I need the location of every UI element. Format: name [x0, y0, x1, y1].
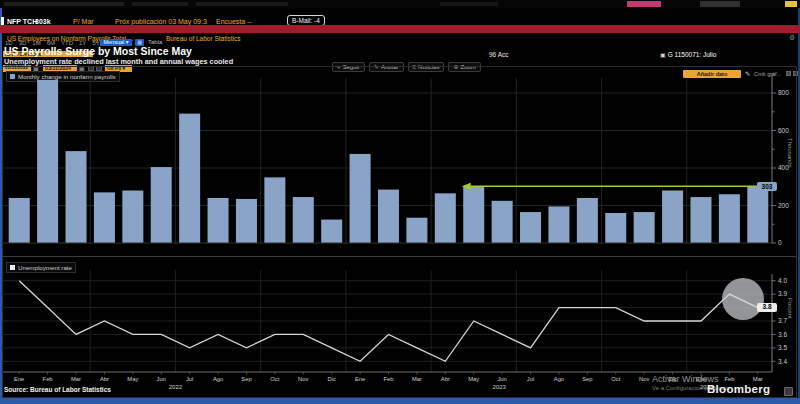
month-label-20: Sep	[582, 376, 592, 382]
year-label-2022: 2022	[169, 384, 183, 390]
month-label-8: Sep	[241, 376, 251, 382]
payroll-bar-feb-2023[interactable]	[378, 190, 399, 243]
payroll-bar-jul-2023[interactable]	[520, 212, 541, 243]
payroll-bar-feb-2022[interactable]	[37, 80, 58, 243]
payroll-bar-ago-2022[interactable]	[208, 198, 229, 243]
month-label-15: Abr	[441, 376, 450, 382]
payroll-bar-mar-2023[interactable]	[406, 218, 427, 243]
payroll-bar-ago-2023[interactable]	[548, 206, 569, 243]
window-control-chip[interactable]	[785, 1, 797, 7]
payroll-bar-nov-2023[interactable]	[634, 212, 655, 243]
month-label-4: May	[127, 376, 138, 382]
bloomberg-terminal-window: NFP TCH 303k P/ Mar Próx publicación 03 …	[0, 0, 800, 404]
month-label-25: Feb	[724, 376, 734, 382]
payrolls-axis-title: Thousands	[787, 138, 793, 168]
payroll-bar-mar-2022[interactable]	[66, 151, 87, 243]
payroll-bar-oct-2022[interactable]	[264, 177, 285, 243]
month-label-6: Jul	[186, 376, 193, 382]
month-label-13: Feb	[384, 376, 394, 382]
payroll-bar-jul-2022[interactable]	[179, 114, 200, 243]
month-label-2: Mar	[71, 376, 81, 382]
unemployment-ytick-3.9: 3.9	[778, 290, 787, 297]
month-label-18: Jul	[527, 376, 534, 382]
payroll-bar-jun-2023[interactable]	[492, 201, 513, 243]
chart-title: US Payrolls Surge by Most Since May	[4, 45, 192, 57]
unemployment-ytick-3.6: 3.6	[778, 331, 787, 338]
alert-chip	[627, 1, 661, 7]
month-label-5: Jun	[157, 376, 166, 382]
month-label-7: Ago	[213, 376, 223, 382]
payrolls-ytick-800: 800	[778, 89, 789, 96]
menu-greek	[196, 2, 288, 6]
unemployment-current-value-badge: 3.8	[757, 303, 777, 312]
month-label-10: Nov	[298, 376, 308, 382]
month-label-12: Ene	[355, 376, 365, 382]
month-label-11: Dic	[327, 376, 335, 382]
month-label-9: Oct	[270, 376, 279, 382]
payroll-bar-ene-2022[interactable]	[9, 198, 30, 243]
month-label-26: Mar	[753, 376, 763, 382]
unemployment-ytick-4: 4.0	[778, 277, 787, 284]
month-label-17: Jun	[497, 376, 506, 382]
highlight-circle	[722, 278, 764, 320]
month-label-14: Mar	[412, 376, 422, 382]
month-label-1: Feb	[43, 376, 53, 382]
payroll-bar-dic-2022[interactable]	[321, 220, 342, 243]
payroll-bar-nov-2022[interactable]	[293, 197, 314, 243]
unemployment-line-chart[interactable]: 3.43.53.63.73.94.0EneFebMarAbrMayJunJulA…	[0, 258, 800, 392]
export-icon[interactable]: ▣	[660, 52, 666, 58]
payrolls-bar-chart[interactable]: 0200400600800	[0, 70, 800, 256]
payrolls-ytick-0: 0	[778, 239, 782, 246]
payroll-bar-feb-2024[interactable]	[719, 194, 740, 243]
chart-id-label: ▣G 1150071: Julio	[660, 51, 716, 59]
window-top-strip	[0, 0, 800, 8]
menu-greek	[440, 2, 498, 6]
month-label-0: Ene	[14, 376, 24, 382]
unemployment-axis-title: Porcent	[787, 298, 793, 319]
payroll-bar-abr-2022[interactable]	[94, 192, 115, 243]
payrolls-ytick-600: 600	[778, 127, 789, 134]
payroll-bar-oct-2023[interactable]	[605, 213, 626, 243]
corner-logo-chip	[784, 387, 793, 396]
payroll-bar-ene-2023[interactable]	[350, 154, 371, 243]
year-label-2023: 2023	[493, 384, 507, 390]
status-chip	[700, 1, 740, 7]
unemployment-ytick-3.5: 3.5	[778, 344, 787, 351]
payroll-bar-abr-2023[interactable]	[435, 193, 456, 243]
menu-greek	[132, 2, 188, 6]
unemployment-ytick-3.7: 3.7	[778, 317, 787, 324]
month-label-3: Abr	[100, 376, 109, 382]
payrolls-ytick-200: 200	[778, 202, 789, 209]
payroll-bar-mar-2024[interactable]	[747, 186, 768, 243]
payroll-bar-jun-2022[interactable]	[151, 167, 172, 243]
window-border-bottom	[0, 398, 800, 404]
chart-source-label: Source: Bureau of Labor Statistics	[4, 386, 111, 393]
month-label-19: Ago	[554, 376, 564, 382]
payroll-bar-sep-2022[interactable]	[236, 199, 257, 243]
payroll-bar-may-2023[interactable]	[463, 187, 484, 243]
menu-greek	[4, 2, 124, 6]
month-label-16: May	[468, 376, 479, 382]
actions-menu[interactable]: 96 Acc	[489, 51, 509, 59]
payroll-bar-dic-2023[interactable]	[662, 191, 683, 244]
panel-divider	[2, 256, 797, 257]
payroll-bar-may-2022[interactable]	[122, 191, 143, 244]
bloomberg-logo: Bloomberg	[707, 383, 770, 395]
month-label-21: Oct	[611, 376, 620, 382]
payroll-bar-sep-2023[interactable]	[577, 198, 598, 243]
payrolls-current-value-badge: 303	[757, 182, 777, 191]
chart-subtitle: Unemployment rate declined last month an…	[4, 57, 233, 66]
unemployment-ytick-3.4: 3.4	[778, 358, 787, 365]
month-label-22: Nov	[639, 376, 649, 382]
payroll-bar-ene-2024[interactable]	[690, 197, 711, 243]
